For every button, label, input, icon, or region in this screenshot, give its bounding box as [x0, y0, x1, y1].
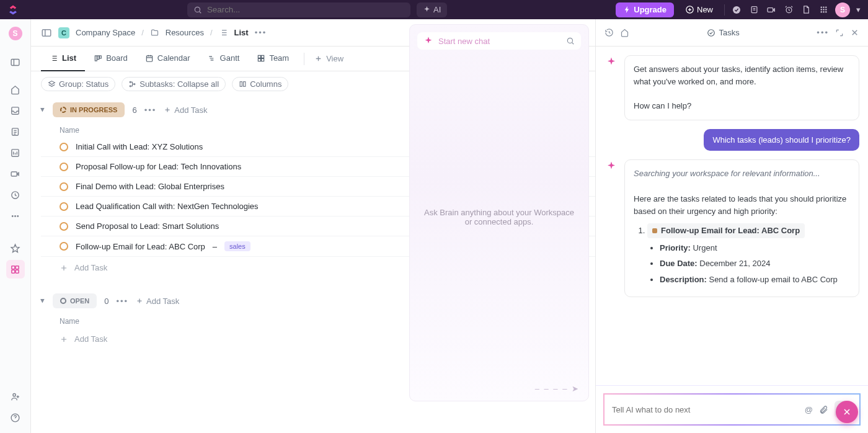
- inbox-icon[interactable]: [6, 101, 25, 120]
- start-new-chat[interactable]: Start new chat: [417, 32, 581, 50]
- ai-button-top[interactable]: AI: [417, 2, 447, 17]
- user-avatar-top[interactable]: S: [835, 2, 850, 17]
- help-icon[interactable]: [6, 408, 25, 427]
- view-calendar[interactable]: Calendar: [136, 47, 199, 71]
- search-icon[interactable]: [566, 37, 575, 45]
- record-icon[interactable]: [766, 4, 777, 16]
- svg-rect-32: [99, 55, 101, 58]
- docs-icon[interactable]: [6, 122, 25, 141]
- ai-input[interactable]: @: [603, 393, 861, 426]
- view-list[interactable]: List: [41, 47, 85, 71]
- svg-point-21: [14, 215, 16, 217]
- clickup-logo: [7, 4, 19, 16]
- status-radial-icon[interactable]: [60, 242, 68, 251]
- status-radial-icon[interactable]: [60, 163, 68, 171]
- task-link[interactable]: Follow-up Email for Lead: ABC Corp: [647, 223, 805, 238]
- chevron-down-icon[interactable]: ▸: [38, 299, 48, 303]
- task-tag[interactable]: sales: [224, 241, 250, 251]
- history-icon[interactable]: [604, 28, 614, 37]
- svg-rect-41: [240, 81, 242, 86]
- space-badge[interactable]: C: [58, 27, 69, 38]
- left-sidebar: S: [0, 19, 31, 433]
- filter-subtasks[interactable]: Subtasks: Collapse all: [122, 77, 226, 91]
- group-add-task[interactable]: Add Task: [136, 297, 179, 306]
- plus-icon: [60, 335, 68, 344]
- more-icon[interactable]: •••: [817, 28, 829, 37]
- workspace-avatar[interactable]: S: [9, 27, 22, 40]
- upgrade-button[interactable]: Upgrade: [616, 2, 674, 17]
- svg-point-7: [823, 7, 825, 9]
- columns-icon: [239, 80, 247, 88]
- svg-rect-23: [12, 266, 15, 269]
- favorites-icon[interactable]: [6, 239, 25, 257]
- home-icon-mini[interactable]: [620, 28, 629, 37]
- add-view[interactable]: View: [314, 54, 343, 63]
- chevron-down-icon[interactable]: ▾: [856, 5, 861, 14]
- chevron-down-icon[interactable]: ▸: [38, 108, 48, 112]
- svg-rect-34: [259, 55, 261, 58]
- attach-icon[interactable]: [819, 405, 828, 414]
- check-circle-icon[interactable]: [731, 4, 742, 16]
- doc-icon[interactable]: [800, 4, 812, 16]
- list-title[interactable]: List: [234, 28, 249, 37]
- dashboards-icon[interactable]: [6, 143, 25, 162]
- status-pill-open[interactable]: OPEN: [53, 293, 97, 308]
- fab-close[interactable]: [836, 401, 858, 423]
- status-radial-icon[interactable]: [60, 222, 68, 231]
- breadcrumb-more[interactable]: •••: [255, 28, 267, 37]
- filter-columns[interactable]: Columns: [232, 77, 288, 91]
- svg-point-22: [17, 215, 19, 217]
- folder-link[interactable]: Resources: [166, 28, 204, 37]
- clock-alarm-icon[interactable]: [783, 4, 794, 16]
- ai-panel-header: Tasks •••: [596, 19, 868, 47]
- status-pill-in-progress[interactable]: IN PROGRESS: [53, 102, 125, 117]
- home-icon[interactable]: [6, 80, 25, 99]
- more-icon[interactable]: [6, 207, 25, 225]
- group-more[interactable]: •••: [116, 297, 128, 306]
- team-view-icon: [257, 54, 265, 63]
- clips-icon[interactable]: [6, 164, 25, 183]
- svg-rect-25: [12, 270, 15, 273]
- status-radial-icon[interactable]: [60, 143, 68, 151]
- notepad-icon[interactable]: [748, 4, 760, 16]
- view-team[interactable]: Team: [248, 47, 298, 71]
- sidebar-collapse-icon[interactable]: [41, 27, 52, 38]
- view-gantt[interactable]: Gantt: [199, 47, 249, 71]
- svg-rect-31: [97, 55, 99, 59]
- svg-point-13: [823, 11, 825, 13]
- invite-icon[interactable]: [6, 387, 25, 406]
- timesheets-icon[interactable]: [6, 185, 25, 204]
- close-icon[interactable]: [850, 28, 859, 37]
- svg-point-27: [13, 393, 16, 396]
- sidebar-toggle-icon[interactable]: [6, 53, 25, 71]
- calendar-view-icon: [145, 54, 154, 63]
- new-button[interactable]: New: [680, 2, 718, 17]
- search-input[interactable]: [207, 5, 404, 14]
- close-icon: [842, 407, 852, 417]
- filter-group[interactable]: Group: Status: [41, 77, 115, 91]
- list-view-icon: [50, 54, 58, 63]
- group-more[interactable]: •••: [144, 105, 157, 115]
- sparkle-icon: [423, 6, 431, 14]
- mention-icon[interactable]: @: [805, 405, 813, 414]
- svg-point-40: [134, 83, 135, 84]
- svg-rect-30: [95, 55, 97, 60]
- status-radial-icon[interactable]: [60, 202, 68, 211]
- view-board[interactable]: Board: [85, 47, 136, 71]
- space-link[interactable]: Company Space: [76, 28, 135, 37]
- status-radial-icon[interactable]: [60, 182, 68, 191]
- group-add-task[interactable]: Add Task: [164, 105, 207, 115]
- global-search[interactable]: [187, 2, 410, 17]
- svg-rect-29: [42, 29, 51, 36]
- status-dot-icon: [60, 298, 66, 304]
- svg-point-2: [733, 6, 740, 14]
- ai-text-input[interactable]: [612, 405, 799, 414]
- svg-rect-18: [11, 171, 17, 176]
- svg-point-6: [820, 7, 822, 9]
- apps-icon[interactable]: [818, 4, 829, 16]
- svg-rect-15: [11, 59, 19, 65]
- layers-icon: [48, 80, 56, 88]
- svg-rect-36: [259, 58, 261, 61]
- expand-icon[interactable]: [835, 29, 844, 37]
- spaces-icon[interactable]: [6, 260, 25, 279]
